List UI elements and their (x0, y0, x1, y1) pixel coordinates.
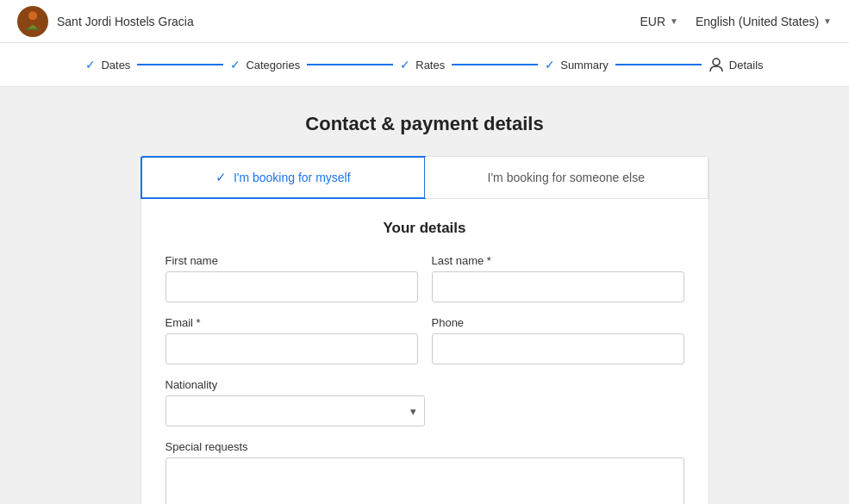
progress-bar: ✓ Dates ✓ Categories ✓ Rates ✓ Summary D… (0, 43, 849, 87)
email-group: Email * (165, 316, 418, 364)
myself-tab-label: I'm booking for myself (234, 171, 351, 184)
name-row: First name Last name * (165, 254, 684, 302)
language-label: English (United States) (696, 15, 819, 28)
header-logo: Sant Jordi Hostels Gracia (17, 6, 640, 37)
language-dropdown-arrow: ▼ (823, 16, 832, 26)
progress-step-details: Details (709, 57, 764, 72)
your-details-title: Your details (165, 220, 684, 237)
header: Sant Jordi Hostels Gracia EUR ▼ English … (0, 0, 849, 43)
header-controls: EUR ▼ English (United States) ▼ (640, 15, 832, 28)
booking-for-someone-tab[interactable]: I'm booking for someone else (425, 157, 709, 198)
summary-label: Summary (560, 59, 609, 72)
nationality-row: Nationality ▾ (165, 378, 684, 426)
first-name-label: First name (165, 254, 418, 267)
booking-for-myself-tab[interactable]: ✓ I'm booking for myself (140, 156, 427, 199)
email-label: Email * (165, 316, 418, 329)
language-selector[interactable]: English (United States) ▼ (696, 15, 832, 28)
special-requests-group: Special requests (165, 440, 684, 504)
categories-check-icon: ✓ (230, 58, 240, 72)
special-requests-textarea[interactable] (165, 457, 684, 504)
currency-selector[interactable]: EUR ▼ (640, 15, 677, 28)
phone-label: Phone (432, 316, 684, 329)
last-name-group: Last name * (432, 254, 684, 302)
someone-tab-label: I'm booking for someone else (488, 171, 645, 184)
email-input[interactable] (165, 333, 418, 364)
progress-line-4 (615, 64, 702, 65)
currency-dropdown-arrow: ▼ (670, 16, 678, 26)
email-phone-row: Email * Phone (165, 316, 684, 364)
progress-line-1 (137, 64, 223, 65)
summary-check-icon: ✓ (545, 58, 555, 72)
special-requests-row: Special requests (165, 440, 684, 504)
progress-step-categories: ✓ Categories (230, 58, 300, 72)
booking-tabs: ✓ I'm booking for myself I'm booking for… (141, 157, 709, 199)
phone-input[interactable] (432, 333, 684, 364)
progress-line-3 (452, 64, 538, 65)
dates-check-icon: ✓ (85, 58, 96, 72)
nationality-select[interactable] (165, 395, 425, 426)
last-name-input[interactable] (432, 271, 684, 302)
booking-type-card: ✓ I'm booking for myself I'm booking for… (140, 156, 709, 504)
progress-step-rates: ✓ Rates (400, 58, 445, 72)
currency-label: EUR (640, 15, 665, 28)
dates-label: Dates (101, 59, 130, 72)
progress-step-summary: ✓ Summary (545, 58, 609, 72)
phone-group: Phone (432, 316, 684, 364)
nationality-select-wrapper: ▾ (165, 395, 425, 426)
page-title: Contact & payment details (140, 113, 709, 135)
progress-line-2 (307, 64, 393, 65)
rates-check-icon: ✓ (400, 58, 410, 72)
details-person-icon (709, 57, 724, 72)
svg-point-1 (28, 11, 37, 20)
brand-name: Sant Jordi Hostels Gracia (57, 15, 194, 28)
brand-logo (17, 6, 48, 37)
progress-step-dates: ✓ Dates (85, 58, 130, 72)
myself-tab-check-icon: ✓ (215, 170, 227, 185)
svg-point-2 (713, 59, 720, 65)
your-details-section: Your details First name Last name * Emai… (141, 199, 709, 504)
categories-label: Categories (246, 59, 300, 72)
main-content: Contact & payment details ✓ I'm booking … (123, 87, 727, 504)
nationality-group: Nationality ▾ (165, 378, 425, 426)
last-name-label: Last name * (432, 254, 684, 267)
rates-label: Rates (415, 59, 445, 72)
first-name-group: First name (165, 254, 418, 302)
special-requests-label: Special requests (165, 440, 684, 453)
first-name-input[interactable] (165, 271, 418, 302)
nationality-label: Nationality (165, 378, 425, 391)
details-label: Details (729, 59, 764, 72)
